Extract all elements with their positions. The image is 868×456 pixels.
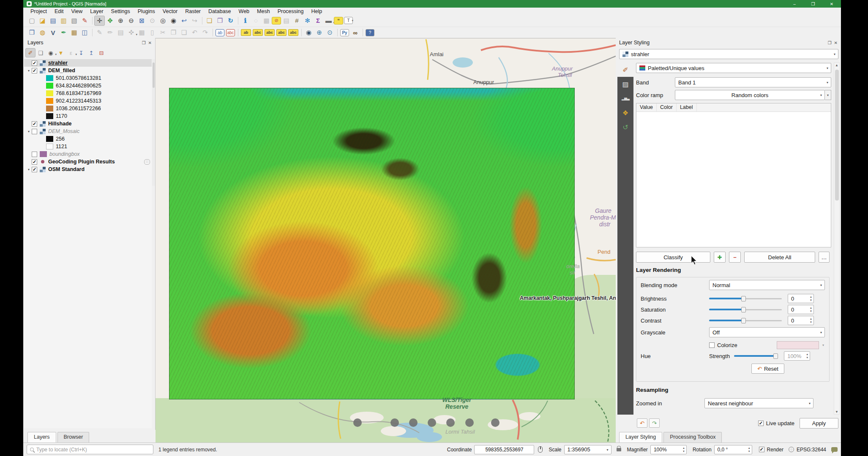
saturation-slider[interactable] <box>709 306 782 313</box>
statistics-icon[interactable]: Σ <box>313 16 323 26</box>
add-vector-layer-icon[interactable]: ◍ <box>37 27 48 38</box>
histogram-tab-icon[interactable]: ▂▅▃ <box>617 91 633 106</box>
tab-processing-toolbox[interactable]: Processing Toolbox <box>663 432 722 442</box>
python-console-icon[interactable]: Py <box>340 29 349 36</box>
identify-features-icon[interactable]: ℹ <box>240 16 251 26</box>
cut-features-icon[interactable]: ✂ <box>158 27 168 38</box>
coordinate-input[interactable]: 598355,2553697 <box>474 445 534 454</box>
crs-value[interactable]: EPSG:32644 <box>797 447 826 453</box>
move-label-icon[interactable]: abc <box>265 29 275 36</box>
zoomed-in-combo[interactable]: Nearest neighbour <box>704 398 813 408</box>
layer-row-hillshade[interactable]: ✓ Hillshade <box>24 120 152 128</box>
render-checkbox[interactable] <box>759 447 764 452</box>
pan-to-selection-icon[interactable]: ✥ <box>105 16 115 26</box>
menu-item[interactable]: Layer <box>86 8 107 14</box>
zoom-next-icon[interactable]: ↪ <box>189 16 200 26</box>
brightness-spinbox[interactable]: 0▲▼ <box>788 294 814 303</box>
menu-item[interactable]: Mesh <box>253 8 274 14</box>
help-icon[interactable]: ? <box>366 29 374 36</box>
layer-row-strahler[interactable]: ✓ strahler <box>24 59 152 67</box>
text-annotation-icon[interactable]: T <box>344 17 353 24</box>
data-source-manager-icon[interactable]: ❒ <box>27 27 37 38</box>
zoom-in-icon[interactable]: ⊕ <box>115 16 126 26</box>
transparency-tab-icon[interactable]: ▨ <box>617 77 633 91</box>
deselect-features-icon[interactable]: ⊘ <box>272 17 281 24</box>
legend-value-row[interactable]: 1036.20611572266 <box>24 105 152 112</box>
table-column-header[interactable]: Label <box>677 103 697 111</box>
advanced-options-button[interactable]: … <box>819 252 830 263</box>
modify-attributes-icon[interactable]: ▦ <box>136 27 147 38</box>
toolbar-separator[interactable] <box>210 27 215 38</box>
style-manager-icon[interactable]: ✎ <box>79 16 90 26</box>
new-bookmark-icon[interactable]: ❏ <box>204 16 215 26</box>
copy-features-icon[interactable]: ❐ <box>168 27 179 38</box>
menu-item[interactable]: Processing <box>274 8 308 14</box>
remove-value-button[interactable]: − <box>729 252 741 263</box>
contrast-slider[interactable] <box>709 317 782 324</box>
legend-value-row[interactable]: 634.824462890625 <box>24 82 152 90</box>
layer-checkbox[interactable]: ✓ <box>32 159 37 165</box>
layer-badge-icon[interactable]: ∷ <box>144 159 150 165</box>
show-layout-manager-icon[interactable]: ▧ <box>69 16 79 26</box>
expander-icon[interactable]: ▾ <box>26 69 32 73</box>
toggle-editing-icon[interactable]: ✏ <box>105 27 115 38</box>
new-project-icon[interactable]: ▢ <box>27 16 37 26</box>
layer-selector-combo[interactable]: strahler <box>619 49 838 59</box>
menu-item[interactable]: Edit <box>51 8 68 14</box>
layer-row-dem-filled[interactable]: ▾ ✓ DEM_filled <box>24 67 152 74</box>
legend-value-row[interactable]: 768.618347167969 <box>24 90 152 97</box>
tab-layer-styling[interactable]: Layer Styling <box>619 432 662 442</box>
toolbar-separator[interactable] <box>335 27 339 38</box>
new-shapefile-layer-icon[interactable]: V <box>48 27 58 38</box>
messages-icon[interactable] <box>831 447 838 452</box>
symbology-tab-icon[interactable]: ✐ <box>617 62 633 77</box>
layer-row-geocoding-results[interactable]: ✓ GeoCoding Plugin Results ∷ <box>24 158 152 166</box>
colorize-color-swatch[interactable] <box>777 341 819 349</box>
table-column-header[interactable]: Color <box>657 103 677 111</box>
crs-globe-icon[interactable] <box>789 447 794 452</box>
layer-checkbox[interactable]: ✓ <box>32 68 37 73</box>
highlight-labels-icon[interactable]: abc <box>226 29 235 36</box>
menu-item[interactable]: Database <box>205 8 235 14</box>
legend-value-row[interactable]: 256 <box>24 135 152 143</box>
new-print-layout-icon[interactable]: ▥ <box>58 16 69 26</box>
zoom-to-layer-icon[interactable]: ◎ <box>158 16 168 26</box>
layer-checkbox[interactable] <box>32 152 37 157</box>
magnifier-spinbox[interactable]: 100%▲▼ <box>650 445 687 454</box>
styling-panel-scrollbar[interactable]: ▲ ▼ <box>834 62 840 415</box>
layer-checkbox[interactable]: ✓ <box>32 60 37 66</box>
geocode-add-icon[interactable]: ⊕ <box>314 27 325 38</box>
saturation-spinbox[interactable]: 0▲▼ <box>788 305 814 314</box>
layer-row-osm-standard[interactable]: ▾ ✓ OSM Standard <box>24 166 152 173</box>
geocode-locate-icon[interactable]: ◉ <box>303 27 314 38</box>
menu-item[interactable]: Vector <box>159 8 181 14</box>
close-icon[interactable]: ✕ <box>822 0 841 8</box>
apply-button[interactable]: Apply <box>800 418 838 429</box>
geocode-search-icon[interactable]: ⊙ <box>325 27 335 38</box>
layer-checkbox[interactable]: ✓ <box>32 121 37 127</box>
style-undo-button[interactable]: ↶ <box>637 418 647 428</box>
undo-icon[interactable]: ↶ <box>189 27 200 38</box>
band-combo[interactable]: Band 1 <box>675 77 831 87</box>
measure-icon[interactable]: ▬ <box>323 16 334 26</box>
tab-layers[interactable]: Layers <box>27 432 56 442</box>
color-ramp-combo[interactable]: Random colors <box>675 90 825 100</box>
run-feature-action-icon[interactable]: ◌ <box>251 16 261 26</box>
colorize-checkbox[interactable] <box>709 342 715 348</box>
label-visibility-icon[interactable]: abc <box>253 29 263 36</box>
map-tips-icon[interactable]: ❝ <box>334 17 343 24</box>
menu-item[interactable]: Plugins <box>134 8 159 14</box>
legend-value-row[interactable]: 1121 <box>24 143 152 150</box>
toolbar-separator[interactable] <box>360 27 365 38</box>
menu-item[interactable]: Help <box>307 8 326 14</box>
show-bookmarks-icon[interactable]: ❐ <box>215 16 225 26</box>
float-panel-icon[interactable]: ❐ <box>828 41 832 45</box>
layer-row-boundingbox[interactable]: boundingbox <box>24 150 152 158</box>
live-update-checkbox[interactable] <box>758 421 764 426</box>
contrast-spinbox[interactable]: 0▲▼ <box>788 316 814 325</box>
attributes-tab-icon[interactable]: ❖ <box>617 106 633 120</box>
field-calculator-icon[interactable]: # <box>292 16 302 26</box>
toolbar-separator[interactable] <box>236 16 240 26</box>
brightness-slider[interactable] <box>709 295 782 302</box>
add-mesh-layer-icon[interactable]: ◫ <box>79 27 90 38</box>
